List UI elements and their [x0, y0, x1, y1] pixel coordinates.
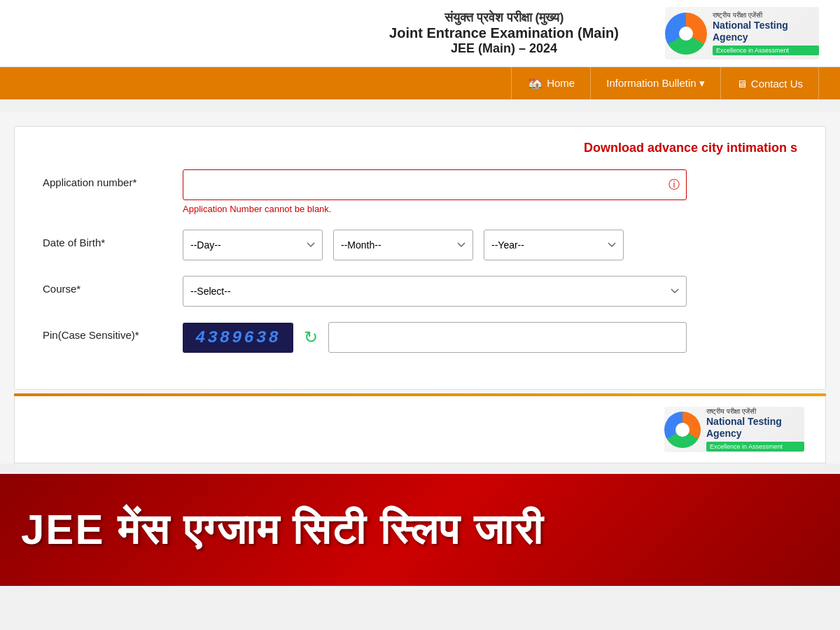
app-number-input[interactable] — [183, 169, 687, 200]
course-select[interactable]: --Select-- — [183, 276, 687, 307]
footer-logo-area: राष्ट्रीय परीक्षा एजेंसी National Testin… — [14, 396, 826, 463]
navigation-bar: 🏠 🏠 Home Information Bulletin ▾ 🖥 Contac… — [0, 67, 840, 99]
home-label: 🏠 Home — [531, 77, 575, 90]
pin-input-area: 4389638 ↻ — [183, 322, 797, 353]
pin-label: Pin(Case Sensitive)* — [43, 322, 183, 341]
app-number-row: Application number* ⓘ Application Number… — [43, 169, 797, 214]
course-label: Course* — [43, 276, 183, 295]
dob-label: Date of Birth* — [43, 230, 183, 248]
dob-input-area: --Day-- --Month-- --Year-- — [183, 230, 797, 260]
course-input-area: --Select-- — [183, 276, 797, 307]
year-title: JEE (Main) – 2024 — [343, 41, 665, 56]
app-number-input-wrapper: ⓘ — [183, 169, 687, 200]
top-spacer — [0, 99, 840, 112]
app-number-error: Application Number cannot be blank. — [183, 204, 797, 214]
nta-text-block: राष्ट्रीय परीक्षा एजेंसी National Testin… — [713, 11, 819, 55]
english-title: Joint Entrance Examination (Main) — [343, 25, 665, 41]
app-number-input-area: ⓘ Application Number cannot be blank. — [183, 169, 797, 214]
captcha-row: 4389638 ↻ — [183, 322, 687, 353]
captcha-image: 4389638 — [183, 323, 293, 353]
form-section: Download advance city intimation s Appli… — [14, 126, 826, 390]
dob-day-select[interactable]: --Day-- — [183, 230, 323, 260]
home-nav-item[interactable]: 🏠 🏠 Home — [511, 67, 591, 99]
contact-icon: 🖥 — [736, 78, 747, 90]
bottom-banner: JEE मेंस एग्जाम सिटी स्लिप जारी — [0, 474, 840, 586]
header-title-block: संयुक्त प्रवेश परीक्षा (मुख्य) Joint Ent… — [343, 10, 665, 56]
pin-row: Pin(Case Sensitive)* 4389638 ↻ — [43, 322, 797, 353]
footer-nta-circle-icon — [664, 412, 701, 448]
nta-circle-icon — [665, 13, 707, 55]
nta-logo-area: राष्ट्रीय परीक्षा एजेंसी National Testin… — [665, 7, 819, 59]
error-icon: ⓘ — [668, 178, 680, 192]
course-row: Course* --Select-- — [43, 276, 797, 307]
download-notice: Download advance city intimation s — [43, 141, 797, 155]
main-content: Download advance city intimation s Appli… — [0, 112, 840, 463]
bulletin-nav-item[interactable]: Information Bulletin ▾ — [591, 67, 721, 99]
dob-row: Date of Birth* --Day-- --Month-- --Year-… — [43, 230, 797, 260]
dob-year-select[interactable]: --Year-- — [484, 230, 624, 260]
app-number-label: Application number* — [43, 169, 183, 188]
bulletin-label: Information Bulletin ▾ — [606, 77, 705, 90]
contact-nav-item[interactable]: 🖥 Contact Us — [721, 67, 819, 99]
refresh-icon[interactable]: ↻ — [304, 328, 318, 347]
dob-selects: --Day-- --Month-- --Year-- — [183, 230, 687, 260]
contact-label: Contact Us — [751, 78, 803, 90]
page-header: संयुक्त प्रवेश परीक्षा (मुख्य) Joint Ent… — [0, 0, 840, 67]
dob-month-select[interactable]: --Month-- — [333, 230, 473, 260]
footer-nta-logo: राष्ट्रीय परीक्षा एजेंसी National Testin… — [664, 407, 804, 452]
hindi-title: संयुक्त प्रवेश परीक्षा (मुख्य) — [343, 10, 665, 25]
footer-nta-text: राष्ट्रीय परीक्षा एजेंसी National Testin… — [706, 407, 804, 451]
bottom-banner-text: JEE मेंस एग्जाम सिटी स्लिप जारी — [21, 505, 544, 554]
captcha-input[interactable] — [328, 322, 687, 353]
nta-logo: राष्ट्रीय परीक्षा एजेंसी National Testin… — [665, 7, 819, 59]
